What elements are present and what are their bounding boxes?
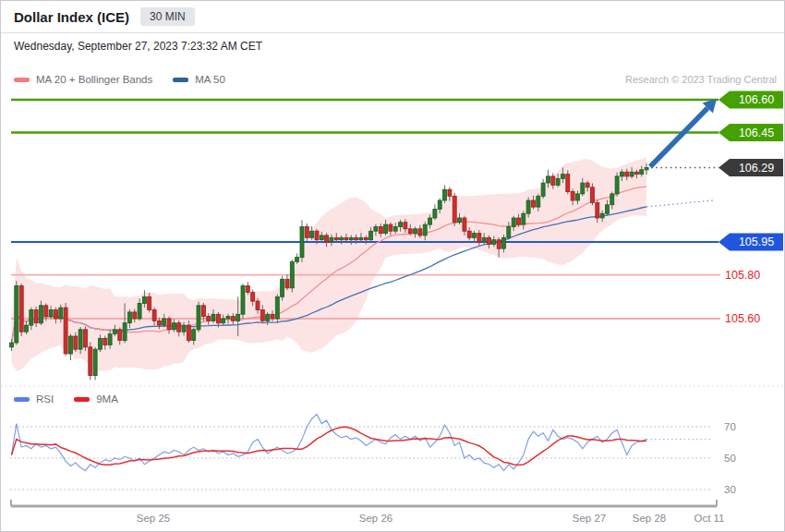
- candle-body: [222, 319, 225, 323]
- candle-body: [103, 338, 107, 345]
- candle-body: [305, 227, 308, 238]
- rsi-line: [12, 414, 647, 470]
- candle-body: [488, 237, 491, 244]
- timeframe-badge[interactable]: 30 MIN: [140, 7, 195, 26]
- candle-body: [69, 336, 73, 354]
- candle-body: [40, 306, 43, 323]
- candle-body: [281, 279, 284, 296]
- candle-body: [562, 175, 565, 179]
- arrow-shaft: [650, 108, 707, 166]
- candle-body: [408, 229, 412, 234]
- ma50-projection: [646, 200, 714, 207]
- candle-body: [127, 312, 131, 323]
- candle-body: [389, 224, 392, 231]
- price-tags: 106.60106.45106.29105.95105.80105.60: [719, 91, 783, 326]
- candle-body: [251, 293, 255, 302]
- chart-page: Dollar Index (ICE) 30 MIN Wednesday, Sep…: [0, 0, 785, 532]
- candle-body: [197, 306, 200, 330]
- candle-body: [379, 227, 382, 234]
- candle-body: [108, 334, 112, 345]
- candle-body: [414, 229, 417, 234]
- candle-body: [163, 319, 166, 325]
- candle-body: [133, 312, 137, 319]
- candle-body: [615, 176, 619, 194]
- candle-body: [512, 218, 515, 227]
- candle-body: [285, 279, 289, 288]
- candle-body: [290, 261, 294, 287]
- candle-body: [477, 234, 481, 243]
- x-axis-label: Sep 28: [633, 513, 666, 524]
- candle-body: [551, 176, 555, 186]
- candle-body: [118, 330, 122, 341]
- rsi-tick-label: 70: [724, 421, 736, 432]
- candle-body: [645, 168, 648, 170]
- candle-body: [448, 189, 452, 196]
- candle-body: [596, 202, 599, 218]
- candle-body: [473, 234, 477, 238]
- candle-body: [443, 189, 447, 200]
- candle-body: [236, 314, 240, 320]
- candle-body: [246, 285, 249, 292]
- candle-body: [216, 314, 220, 323]
- candle-body: [433, 210, 437, 219]
- candle-body: [34, 310, 38, 323]
- candle-body: [463, 218, 466, 231]
- candle-body: [231, 317, 235, 321]
- candle-body: [44, 306, 48, 317]
- candle-body: [157, 320, 161, 325]
- candle-body: [359, 237, 363, 239]
- candle-body: [275, 296, 279, 319]
- candle-body: [315, 231, 319, 240]
- candle-body: [74, 336, 78, 349]
- candle-body: [167, 319, 171, 330]
- candle-body: [320, 236, 323, 240]
- price-tag-label: 106.45: [739, 127, 774, 139]
- candle-body: [634, 172, 638, 174]
- chart-canvas: 106.60106.45106.29105.95105.80105.607050…: [1, 56, 785, 532]
- candle-body: [571, 192, 574, 201]
- candle-body: [296, 258, 299, 262]
- candle-body: [300, 227, 304, 258]
- candle-body: [89, 347, 92, 376]
- candle-body: [10, 343, 14, 347]
- candle-body: [330, 237, 333, 242]
- candle-body: [556, 178, 560, 185]
- chart-datetime: Wednesday, September 27, 2023 7:23:32 AM…: [1, 33, 784, 53]
- candle-body: [172, 323, 175, 330]
- candle-body: [581, 183, 585, 194]
- candle-body: [64, 308, 67, 354]
- candle-body: [113, 330, 116, 334]
- candle-body: [30, 310, 33, 326]
- price-tag-label: 106.60: [739, 93, 774, 106]
- x-axis-label: Sep 27: [573, 513, 606, 524]
- candle-body: [418, 229, 422, 236]
- candle-body: [605, 205, 609, 214]
- candle-body: [325, 236, 329, 242]
- candle-body: [404, 223, 407, 229]
- candle-body: [241, 285, 245, 314]
- candle-body: [600, 213, 604, 218]
- candle-body: [384, 224, 388, 234]
- candle-body: [211, 314, 215, 320]
- x-axis-label: Sep 26: [359, 513, 392, 524]
- candle-body: [355, 237, 358, 239]
- candle-body: [177, 323, 181, 332]
- candle-body: [458, 218, 462, 223]
- candle-body: [123, 323, 127, 341]
- candle-body: [497, 240, 501, 249]
- candle-body: [532, 200, 536, 207]
- candle-body: [182, 325, 186, 332]
- price-tag-label: 106.29: [739, 162, 774, 175]
- candle-body: [429, 218, 432, 224]
- candle-body: [192, 330, 196, 341]
- candle-body: [271, 314, 274, 319]
- candle-body: [49, 310, 53, 317]
- rsi-tick-label: 50: [724, 453, 736, 464]
- candle-body: [576, 194, 580, 200]
- candle-body: [482, 237, 486, 242]
- x-axis: Sep 25Sep 26Sep 27Sep 28Oct 11: [11, 500, 725, 524]
- candle-body: [148, 296, 151, 309]
- candle-body: [423, 224, 427, 236]
- price-tag-label: 105.95: [739, 236, 774, 248]
- chart-area: 106.60106.45106.29105.95105.80105.607050…: [1, 56, 785, 532]
